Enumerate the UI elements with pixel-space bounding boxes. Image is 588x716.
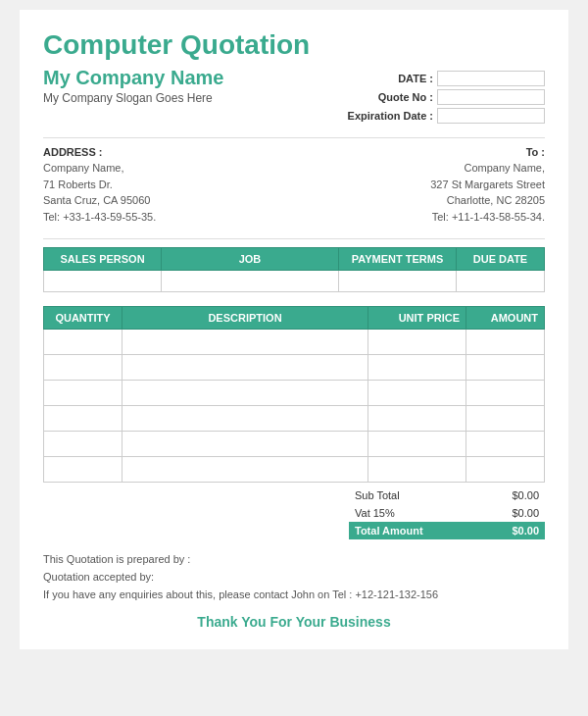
to-line-4: Tel: +11-1-43-58-55-34.	[432, 211, 545, 223]
expiry-label: Expiration Date :	[345, 110, 433, 122]
unit-cell	[368, 432, 466, 457]
totals-section: Sub Total $0.00 Vat 15% $0.00 Total Amou…	[43, 486, 545, 539]
from-address-text: Company Name, 71 Roberts Dr. Santa Cruz,…	[43, 160, 294, 225]
due-date-header: DUE DATE	[457, 248, 545, 271]
qty-cell	[44, 330, 122, 355]
divider-2	[43, 238, 545, 239]
to-label: To :	[526, 146, 545, 158]
sales-person-header: SALES PERSON	[44, 248, 162, 271]
subtotal-value: $0.00	[512, 489, 539, 501]
date-row: DATE :	[345, 71, 545, 86]
company-name: My Company Name	[43, 67, 345, 89]
qty-cell	[44, 381, 122, 406]
payment-terms-header: PAYMENT TERMS	[339, 248, 457, 271]
amount-header: AMOUNT	[466, 307, 545, 330]
accepted-by: Quotation accepted by:	[43, 571, 545, 583]
desc-cell	[122, 381, 368, 406]
from-line-3: Santa Cruz, CA 95060	[43, 194, 150, 206]
sales-table-header: SALES PERSON JOB PAYMENT TERMS DUE DATE	[44, 248, 545, 271]
grand-total-row: Total Amount $0.00	[349, 522, 545, 539]
total-value: $0.00	[512, 525, 539, 537]
page-title: Computer Quotation	[43, 29, 545, 61]
company-info: My Company Name My Company Slogan Goes H…	[43, 67, 345, 105]
amt-cell	[466, 330, 545, 355]
job-cell	[162, 271, 339, 292]
description-header: DESCRIPTION	[122, 307, 368, 330]
to-line-1: Company Name,	[464, 162, 545, 174]
amt-cell	[466, 381, 545, 406]
address-section: ADDRESS : Company Name, 71 Roberts Dr. S…	[43, 146, 545, 225]
quote-row: Quote No :	[345, 89, 545, 105]
footer-section: This Quotation is prepared by : Quotatio…	[43, 553, 545, 600]
desc-cell	[122, 355, 368, 381]
total-label: Total Amount	[355, 525, 423, 537]
qty-cell	[44, 355, 122, 381]
from-line-2: 71 Roberts Dr.	[43, 179, 113, 190]
job-header: JOB	[162, 248, 339, 271]
unit-cell	[368, 355, 466, 381]
amt-cell	[466, 457, 545, 483]
payment-terms-cell	[339, 271, 457, 292]
top-section: My Company Name My Company Slogan Goes H…	[43, 67, 545, 124]
prepared-by: This Quotation is prepared by :	[43, 553, 545, 565]
amt-cell	[466, 406, 545, 432]
enquiries: If you have any enquiries about this, pl…	[43, 588, 545, 600]
from-line-4: Tel: +33-1-43-59-55-35.	[43, 211, 156, 223]
quote-label: Quote No :	[345, 91, 433, 103]
expiry-row: Expiration Date :	[345, 108, 545, 124]
amt-cell	[466, 355, 545, 381]
table-row	[44, 355, 545, 381]
to-line-2: 327 St Margarets Street	[430, 179, 545, 190]
date-input[interactable]	[437, 71, 545, 86]
table-row	[44, 457, 545, 483]
to-address-text: Company Name, 327 St Margarets Street Ch…	[294, 160, 545, 225]
company-slogan: My Company Slogan Goes Here	[43, 91, 345, 105]
table-row	[44, 330, 545, 355]
subtotal-row: Sub Total $0.00	[349, 486, 545, 504]
vat-value: $0.00	[512, 507, 539, 519]
quote-input[interactable]	[437, 89, 545, 105]
from-line-1: Company Name,	[43, 162, 124, 174]
date-fields: DATE : Quote No : Expiration Date :	[345, 71, 545, 124]
sales-person-cell	[44, 271, 162, 292]
sales-table: SALES PERSON JOB PAYMENT TERMS DUE DATE	[43, 247, 545, 292]
divider-1	[43, 137, 545, 138]
items-table-body	[44, 330, 545, 483]
qty-cell	[44, 406, 122, 432]
table-row	[44, 432, 545, 457]
table-row	[44, 381, 545, 406]
qty-cell	[44, 432, 122, 457]
items-table: QUANTITY DESCRIPTION UNIT PRICE AMOUNT	[43, 306, 545, 483]
desc-cell	[122, 457, 368, 483]
unit-price-header: UNIT PRICE	[368, 307, 466, 330]
to-address: To : Company Name, 327 St Margarets Stre…	[294, 146, 545, 225]
sales-table-wrapper: SALES PERSON JOB PAYMENT TERMS DUE DATE	[43, 247, 545, 292]
subtotal-label: Sub Total	[355, 489, 400, 501]
from-address: ADDRESS : Company Name, 71 Roberts Dr. S…	[43, 146, 294, 225]
unit-cell	[368, 381, 466, 406]
thank-you-text: Thank You For Your Business	[43, 614, 545, 630]
items-table-header: QUANTITY DESCRIPTION UNIT PRICE AMOUNT	[44, 307, 545, 330]
unit-cell	[368, 330, 466, 355]
expiry-input[interactable]	[437, 108, 545, 124]
invoice-page: Computer Quotation My Company Name My Co…	[20, 10, 568, 649]
unit-cell	[368, 406, 466, 432]
unit-cell	[368, 457, 466, 483]
qty-cell	[44, 457, 122, 483]
desc-cell	[122, 406, 368, 432]
vat-row: Vat 15% $0.00	[349, 504, 545, 522]
desc-cell	[122, 432, 368, 457]
address-label: ADDRESS :	[43, 146, 103, 158]
quantity-header: QUANTITY	[44, 307, 122, 330]
sales-table-row	[44, 271, 545, 292]
due-date-cell	[457, 271, 545, 292]
table-row	[44, 406, 545, 432]
date-label: DATE :	[345, 73, 433, 84]
desc-cell	[122, 330, 368, 355]
sales-table-body	[44, 271, 545, 292]
to-line-3: Charlotte, NC 28205	[447, 194, 545, 206]
amt-cell	[466, 432, 545, 457]
vat-label: Vat 15%	[355, 507, 395, 519]
items-table-wrapper: QUANTITY DESCRIPTION UNIT PRICE AMOUNT	[43, 306, 545, 483]
